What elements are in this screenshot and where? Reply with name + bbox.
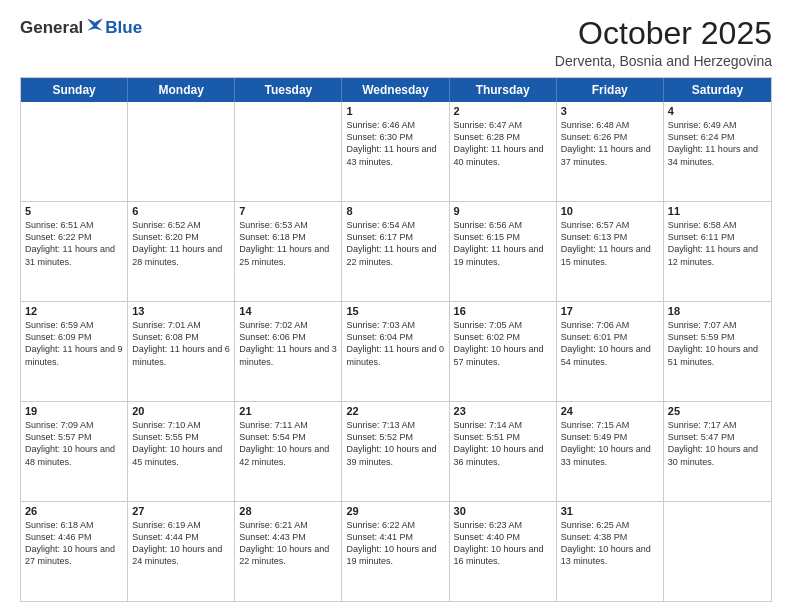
cell-sun-info: Sunrise: 6:48 AM Sunset: 6:26 PM Dayligh… [561,119,659,168]
day-number: 30 [454,505,552,517]
calendar-cell: 22Sunrise: 7:13 AM Sunset: 5:52 PM Dayli… [342,402,449,501]
day-number: 10 [561,205,659,217]
day-number: 1 [346,105,444,117]
day-number: 20 [132,405,230,417]
day-number: 21 [239,405,337,417]
day-number: 29 [346,505,444,517]
calendar: SundayMondayTuesdayWednesdayThursdayFrid… [20,77,772,602]
cell-sun-info: Sunrise: 6:47 AM Sunset: 6:28 PM Dayligh… [454,119,552,168]
day-number: 25 [668,405,767,417]
calendar-week-1: 5Sunrise: 6:51 AM Sunset: 6:22 PM Daylig… [21,202,771,302]
cell-sun-info: Sunrise: 6:23 AM Sunset: 4:40 PM Dayligh… [454,519,552,568]
day-number: 5 [25,205,123,217]
location-text: Derventa, Bosnia and Herzegovina [555,53,772,69]
calendar-cell: 28Sunrise: 6:21 AM Sunset: 4:43 PM Dayli… [235,502,342,601]
day-number: 13 [132,305,230,317]
cell-sun-info: Sunrise: 6:53 AM Sunset: 6:18 PM Dayligh… [239,219,337,268]
logo-general-text: General [20,19,83,36]
calendar-cell [664,502,771,601]
cell-sun-info: Sunrise: 6:56 AM Sunset: 6:15 PM Dayligh… [454,219,552,268]
calendar-header-tuesday: Tuesday [235,78,342,102]
calendar-week-2: 12Sunrise: 6:59 AM Sunset: 6:09 PM Dayli… [21,302,771,402]
calendar-cell: 10Sunrise: 6:57 AM Sunset: 6:13 PM Dayli… [557,202,664,301]
calendar-header-thursday: Thursday [450,78,557,102]
calendar-cell: 16Sunrise: 7:05 AM Sunset: 6:02 PM Dayli… [450,302,557,401]
day-number: 31 [561,505,659,517]
day-number: 7 [239,205,337,217]
calendar-cell: 31Sunrise: 6:25 AM Sunset: 4:38 PM Dayli… [557,502,664,601]
cell-sun-info: Sunrise: 6:46 AM Sunset: 6:30 PM Dayligh… [346,119,444,168]
day-number: 8 [346,205,444,217]
day-number: 19 [25,405,123,417]
cell-sun-info: Sunrise: 6:18 AM Sunset: 4:46 PM Dayligh… [25,519,123,568]
calendar-cell: 2Sunrise: 6:47 AM Sunset: 6:28 PM Daylig… [450,102,557,201]
day-number: 18 [668,305,767,317]
logo-bird-icon [85,16,105,36]
logo-blue-text: Blue [105,19,142,36]
title-section: October 2025 Derventa, Bosnia and Herzeg… [555,16,772,69]
cell-sun-info: Sunrise: 6:21 AM Sunset: 4:43 PM Dayligh… [239,519,337,568]
calendar-header-saturday: Saturday [664,78,771,102]
calendar-week-4: 26Sunrise: 6:18 AM Sunset: 4:46 PM Dayli… [21,502,771,601]
cell-sun-info: Sunrise: 7:17 AM Sunset: 5:47 PM Dayligh… [668,419,767,468]
calendar-cell: 21Sunrise: 7:11 AM Sunset: 5:54 PM Dayli… [235,402,342,501]
calendar-cell: 17Sunrise: 7:06 AM Sunset: 6:01 PM Dayli… [557,302,664,401]
day-number: 4 [668,105,767,117]
cell-sun-info: Sunrise: 6:51 AM Sunset: 6:22 PM Dayligh… [25,219,123,268]
cell-sun-info: Sunrise: 7:11 AM Sunset: 5:54 PM Dayligh… [239,419,337,468]
calendar-cell: 7Sunrise: 6:53 AM Sunset: 6:18 PM Daylig… [235,202,342,301]
cell-sun-info: Sunrise: 7:02 AM Sunset: 6:06 PM Dayligh… [239,319,337,368]
cell-sun-info: Sunrise: 7:06 AM Sunset: 6:01 PM Dayligh… [561,319,659,368]
day-number: 22 [346,405,444,417]
cell-sun-info: Sunrise: 6:49 AM Sunset: 6:24 PM Dayligh… [668,119,767,168]
calendar-cell: 9Sunrise: 6:56 AM Sunset: 6:15 PM Daylig… [450,202,557,301]
cell-sun-info: Sunrise: 7:10 AM Sunset: 5:55 PM Dayligh… [132,419,230,468]
cell-sun-info: Sunrise: 7:09 AM Sunset: 5:57 PM Dayligh… [25,419,123,468]
calendar-header-wednesday: Wednesday [342,78,449,102]
calendar-cell: 24Sunrise: 7:15 AM Sunset: 5:49 PM Dayli… [557,402,664,501]
calendar-cell: 23Sunrise: 7:14 AM Sunset: 5:51 PM Dayli… [450,402,557,501]
calendar-cell: 27Sunrise: 6:19 AM Sunset: 4:44 PM Dayli… [128,502,235,601]
calendar-week-0: 1Sunrise: 6:46 AM Sunset: 6:30 PM Daylig… [21,102,771,202]
day-number: 2 [454,105,552,117]
calendar-cell: 26Sunrise: 6:18 AM Sunset: 4:46 PM Dayli… [21,502,128,601]
calendar-cell: 12Sunrise: 6:59 AM Sunset: 6:09 PM Dayli… [21,302,128,401]
day-number: 28 [239,505,337,517]
cell-sun-info: Sunrise: 6:57 AM Sunset: 6:13 PM Dayligh… [561,219,659,268]
day-number: 16 [454,305,552,317]
calendar-body: 1Sunrise: 6:46 AM Sunset: 6:30 PM Daylig… [21,102,771,601]
calendar-cell: 30Sunrise: 6:23 AM Sunset: 4:40 PM Dayli… [450,502,557,601]
calendar-cell: 11Sunrise: 6:58 AM Sunset: 6:11 PM Dayli… [664,202,771,301]
calendar-cell [21,102,128,201]
cell-sun-info: Sunrise: 6:59 AM Sunset: 6:09 PM Dayligh… [25,319,123,368]
calendar-cell [128,102,235,201]
cell-sun-info: Sunrise: 6:58 AM Sunset: 6:11 PM Dayligh… [668,219,767,268]
day-number: 9 [454,205,552,217]
cell-sun-info: Sunrise: 6:19 AM Sunset: 4:44 PM Dayligh… [132,519,230,568]
calendar-cell: 15Sunrise: 7:03 AM Sunset: 6:04 PM Dayli… [342,302,449,401]
calendar-cell: 5Sunrise: 6:51 AM Sunset: 6:22 PM Daylig… [21,202,128,301]
day-number: 12 [25,305,123,317]
calendar-cell: 6Sunrise: 6:52 AM Sunset: 6:20 PM Daylig… [128,202,235,301]
calendar-cell: 25Sunrise: 7:17 AM Sunset: 5:47 PM Dayli… [664,402,771,501]
calendar-cell: 4Sunrise: 6:49 AM Sunset: 6:24 PM Daylig… [664,102,771,201]
cell-sun-info: Sunrise: 7:15 AM Sunset: 5:49 PM Dayligh… [561,419,659,468]
day-number: 26 [25,505,123,517]
cell-sun-info: Sunrise: 6:52 AM Sunset: 6:20 PM Dayligh… [132,219,230,268]
cell-sun-info: Sunrise: 7:05 AM Sunset: 6:02 PM Dayligh… [454,319,552,368]
calendar-header-sunday: Sunday [21,78,128,102]
calendar-cell [235,102,342,201]
month-title: October 2025 [555,16,772,51]
cell-sun-info: Sunrise: 6:25 AM Sunset: 4:38 PM Dayligh… [561,519,659,568]
day-number: 15 [346,305,444,317]
calendar-week-3: 19Sunrise: 7:09 AM Sunset: 5:57 PM Dayli… [21,402,771,502]
calendar-cell: 3Sunrise: 6:48 AM Sunset: 6:26 PM Daylig… [557,102,664,201]
day-number: 24 [561,405,659,417]
calendar-cell: 8Sunrise: 6:54 AM Sunset: 6:17 PM Daylig… [342,202,449,301]
cell-sun-info: Sunrise: 7:07 AM Sunset: 5:59 PM Dayligh… [668,319,767,368]
calendar-header-friday: Friday [557,78,664,102]
day-number: 3 [561,105,659,117]
calendar-header-monday: Monday [128,78,235,102]
day-number: 11 [668,205,767,217]
day-number: 17 [561,305,659,317]
